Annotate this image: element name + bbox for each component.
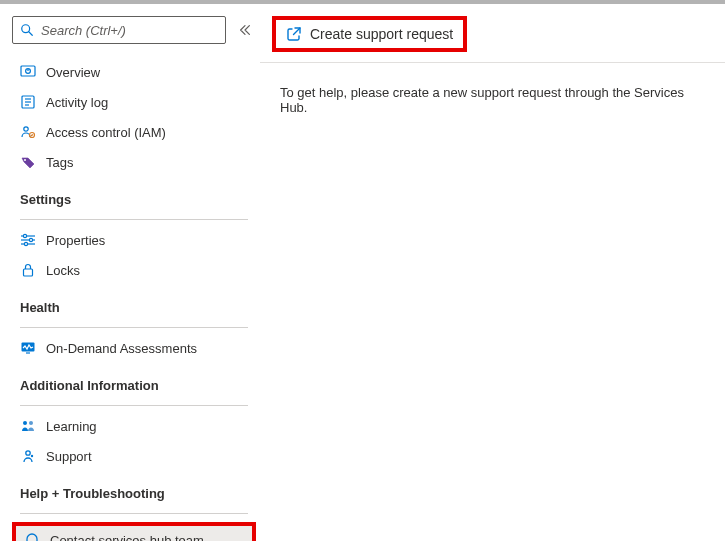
search-box[interactable] (12, 16, 226, 44)
divider (20, 513, 248, 514)
svg-point-24 (23, 421, 27, 425)
svg-line-30 (294, 28, 301, 35)
assessments-icon (20, 340, 36, 356)
toolbar: Create support request (260, 12, 725, 63)
sidebar-item-tags[interactable]: Tags (12, 148, 256, 176)
section-header-health: Health (12, 286, 256, 321)
sidebar-item-label: Tags (46, 155, 73, 170)
sidebar-item-label: Activity log (46, 95, 108, 110)
section-header-help: Help + Troubleshooting (12, 472, 256, 507)
access-control-icon (20, 124, 36, 140)
sidebar-item-locks[interactable]: Locks (12, 256, 256, 284)
sidebar-item-label: Learning (46, 419, 97, 434)
activity-log-icon (20, 94, 36, 110)
divider (20, 219, 248, 220)
section-header-additional: Additional Information (12, 364, 256, 399)
svg-point-9 (24, 127, 28, 131)
sidebar-item-learning[interactable]: Learning (12, 412, 256, 440)
help-body-text: To get help, please create a new support… (260, 63, 725, 137)
svg-point-15 (29, 238, 32, 241)
open-external-icon (286, 26, 302, 42)
headset-icon (24, 532, 40, 541)
svg-point-26 (26, 451, 30, 455)
sidebar-item-contact-services-hub[interactable]: Contact services hub team (12, 522, 256, 541)
tags-icon (20, 154, 36, 170)
sidebar: Overview Activity log Access control (IA… (0, 4, 260, 541)
section-header-settings: Settings (12, 178, 256, 213)
divider (20, 327, 248, 328)
svg-point-11 (24, 159, 26, 161)
sidebar-item-overview[interactable]: Overview (12, 58, 256, 86)
sidebar-item-support[interactable]: Support (12, 442, 256, 470)
collapse-sidebar-button[interactable] (234, 19, 256, 41)
search-input[interactable] (41, 23, 219, 38)
sidebar-item-on-demand-assessments[interactable]: On-Demand Assessments (12, 334, 256, 362)
sidebar-item-access-control[interactable]: Access control (IAM) (12, 118, 256, 146)
sidebar-item-label: Properties (46, 233, 105, 248)
main-content: Create support request To get help, plea… (260, 4, 725, 541)
sidebar-item-label: Overview (46, 65, 100, 80)
svg-rect-21 (24, 269, 33, 276)
search-icon (19, 22, 35, 38)
divider (20, 405, 248, 406)
sidebar-item-label: On-Demand Assessments (46, 341, 197, 356)
svg-point-18 (24, 242, 27, 245)
sidebar-item-label: Contact services hub team (50, 533, 204, 542)
svg-point-27 (31, 455, 33, 457)
sidebar-item-label: Access control (IAM) (46, 125, 166, 140)
svg-point-25 (29, 421, 33, 425)
sidebar-item-label: Locks (46, 263, 80, 278)
search-row (12, 16, 256, 44)
lock-icon (20, 262, 36, 278)
learning-icon (20, 418, 36, 434)
layout: Overview Activity log Access control (IA… (0, 4, 725, 541)
chevron-double-left-icon (238, 23, 252, 37)
svg-line-1 (29, 32, 33, 36)
sidebar-item-activity-log[interactable]: Activity log (12, 88, 256, 116)
support-icon (20, 448, 36, 464)
create-support-request-label: Create support request (310, 26, 453, 42)
properties-icon (20, 232, 36, 248)
sidebar-item-properties[interactable]: Properties (12, 226, 256, 254)
create-support-request-button[interactable]: Create support request (272, 16, 467, 52)
sidebar-item-label: Support (46, 449, 92, 464)
overview-icon (20, 64, 36, 80)
svg-point-12 (23, 234, 26, 237)
